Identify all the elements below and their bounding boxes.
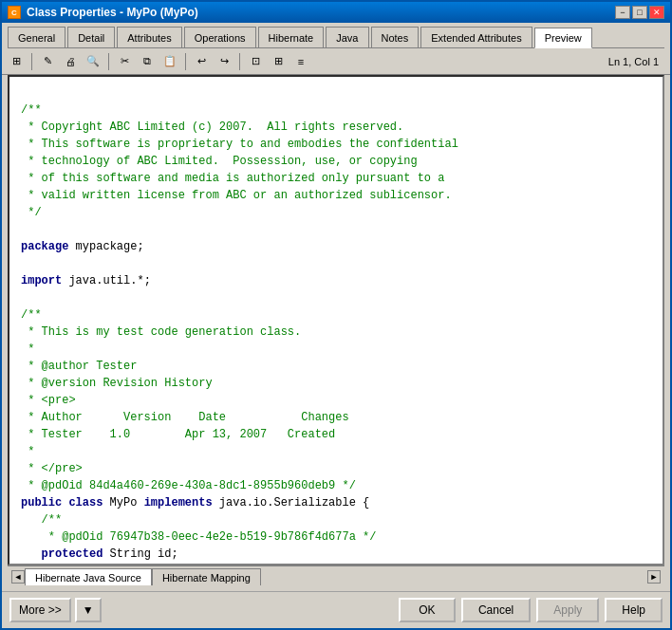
tab-attributes[interactable]: Attributes [117,27,181,47]
tab-preview[interactable]: Preview [534,28,592,48]
footer: More >> ▼ OK Cancel Apply Help [2,591,670,628]
ok-button[interactable]: OK [399,598,456,622]
toolbar-undo-btn[interactable]: ↩ [191,51,212,72]
toolbar-sep-2 [108,53,109,70]
toolbar-sep-1 [31,53,32,70]
toolbar-btn-c[interactable]: ≡ [290,51,311,72]
tab-java[interactable]: Java [326,27,368,47]
content-area: /** * Copyright ABC Limited (c) 2007. Al… [2,75,670,591]
tab-operations[interactable]: Operations [184,27,256,47]
tab-notes[interactable]: Notes [371,27,420,47]
maximize-button[interactable]: □ [632,6,647,19]
toolbar-status: Ln 1, Col 1 [608,56,666,67]
tab-general[interactable]: General [8,27,65,47]
toolbar-copy-btn[interactable]: ⧉ [137,51,158,72]
window-title: Class Properties - MyPo (MyPo) [27,6,198,19]
main-window: C Class Properties - MyPo (MyPo) − □ ✕ G… [0,0,672,630]
toolbar-cut-btn[interactable]: ✂ [114,51,135,72]
tab-bar: General Detail Attributes Operations Hib… [2,23,670,47]
bottom-nav-right[interactable]: ► [647,570,661,584]
toolbar: ⊞ ✎ 🖨 🔍 ✂ ⧉ 📋 ↩ ↪ ⊡ ⊞ ≡ Ln 1, Col 1 [2,48,670,75]
toolbar-sep-3 [185,53,186,70]
tab-extended-attributes[interactable]: Extended Attributes [420,27,532,47]
toolbar-search-btn[interactable]: 🔍 [83,51,103,72]
close-button[interactable]: ✕ [649,6,664,19]
bottom-nav-left[interactable]: ◄ [11,570,25,584]
toolbar-edit-btn[interactable]: ✎ [37,51,58,72]
bottom-tab-hibernate-java[interactable]: Hibernate Java Source [25,568,152,585]
toolbar-paste-btn[interactable]: 📋 [159,51,180,72]
tab-hibernate[interactable]: Hibernate [258,27,325,47]
title-bar: C Class Properties - MyPo (MyPo) − □ ✕ [2,2,670,23]
help-button[interactable]: Help [605,598,663,622]
tab-detail[interactable]: Detail [67,27,115,47]
dropdown-button[interactable]: ▼ [75,598,102,622]
title-controls: − □ ✕ [615,6,664,19]
toolbar-grid-btn[interactable]: ⊞ [6,51,27,72]
bottom-tab-hibernate-mapping[interactable]: Hibernate Mapping [152,568,261,585]
toolbar-btn-b[interactable]: ⊞ [268,51,289,72]
footer-right: OK Cancel Apply Help [399,598,663,622]
editor-scroll[interactable]: /** * Copyright ABC Limited (c) 2007. Al… [9,77,663,564]
toolbar-print-btn[interactable]: 🖨 [60,51,81,72]
toolbar-sep-4 [239,53,240,70]
window-icon: C [8,6,21,19]
more-button[interactable]: More >> [9,598,71,622]
toolbar-redo-btn[interactable]: ↪ [214,51,234,72]
apply-button[interactable]: Apply [536,598,599,622]
bottom-tabs: ◄ Hibernate Java Source Hibernate Mappin… [8,565,664,585]
footer-left: More >> ▼ [9,598,102,622]
toolbar-btn-a[interactable]: ⊡ [245,51,266,72]
code-block: /** * Copyright ABC Limited (c) 2007. Al… [21,84,651,564]
minimize-button[interactable]: − [615,6,630,19]
editor-container: /** * Copyright ABC Limited (c) 2007. Al… [8,75,664,565]
cancel-button[interactable]: Cancel [461,598,531,622]
